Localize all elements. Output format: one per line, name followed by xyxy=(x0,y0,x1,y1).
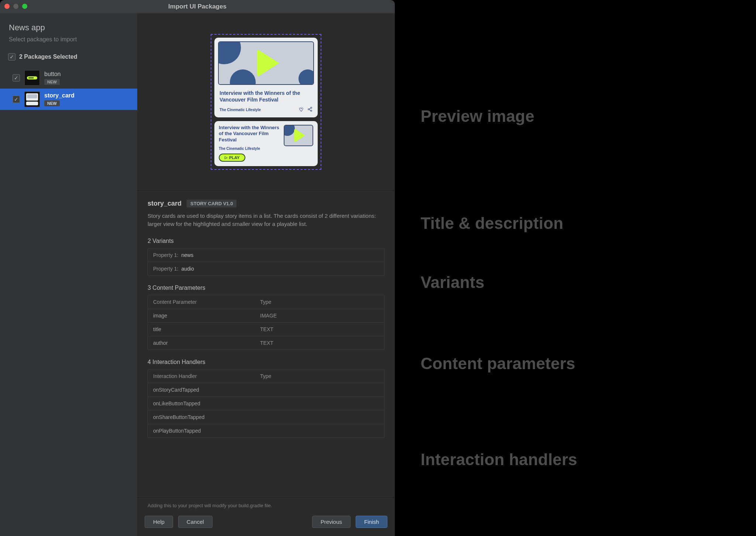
window-controls xyxy=(4,4,27,9)
select-all-row[interactable]: ✓ 2 Packages Selected xyxy=(0,53,137,67)
import-dialog: Import UI Packages News app Select packa… xyxy=(0,0,395,536)
minimize-icon[interactable] xyxy=(13,4,18,9)
table-row: onShareButtonTapped xyxy=(148,410,384,424)
annot-title-desc: Title & description xyxy=(421,214,563,233)
table-row: image IMAGE xyxy=(148,309,384,322)
preview-area: Interview with the Winners of the Vancou… xyxy=(137,13,395,190)
table-header: Interaction Handler Type xyxy=(148,370,384,383)
help-button[interactable]: Help xyxy=(145,516,173,528)
preview-card-author: The Cinematic Lifestyle xyxy=(220,108,261,112)
package-name: button xyxy=(44,71,61,78)
component-description: Story cards are used to display story it… xyxy=(148,212,376,228)
table-row: onLikeButtonTapped xyxy=(148,396,384,410)
table-row: author TEXT xyxy=(148,336,384,350)
annot-content-params: Content parameters xyxy=(421,354,575,373)
play-icon: ▷ xyxy=(225,155,228,159)
play-button[interactable]: ▷ PLAY xyxy=(219,154,245,162)
svg-point-6 xyxy=(308,109,310,110)
selection-summary: 2 Packages Selected xyxy=(19,54,77,60)
package-name: story_card xyxy=(44,92,75,99)
close-icon[interactable] xyxy=(4,4,10,9)
package-checkbox[interactable]: ✓ xyxy=(13,96,20,103)
svg-point-5 xyxy=(311,107,312,109)
svg-line-9 xyxy=(309,110,311,110)
previous-button[interactable]: Previous xyxy=(312,516,351,528)
finish-button[interactable]: Finish xyxy=(356,516,387,528)
table-row: Property 1: news xyxy=(148,248,384,262)
table-header: Content Parameter Type xyxy=(148,295,384,309)
main-panel: Interview with the Winners of the Vancou… xyxy=(137,13,395,536)
preview-card-title: Interview with the Winners of the Vancou… xyxy=(220,90,313,103)
svg-rect-1 xyxy=(28,78,34,79)
table-row: Property 1: audio xyxy=(148,262,384,275)
sidebar-subtitle: Select packages to import xyxy=(0,36,137,53)
component-version: STORY CARD V1.0 xyxy=(187,200,237,207)
table-row: title TEXT xyxy=(148,322,384,336)
details-panel: story_card STORY CARD V1.0 Story cards a… xyxy=(137,190,395,497)
play-icon xyxy=(257,49,279,77)
annot-preview: Preview image xyxy=(421,107,534,126)
sidebar: News app Select packages to import ✓ 2 P… xyxy=(0,13,137,536)
variants-table: Property 1: news Property 1: audio xyxy=(148,248,384,276)
svg-line-8 xyxy=(309,108,311,109)
content-params-heading: 3 Content Parameters xyxy=(148,285,384,291)
handlers-table: Interaction Handler Type onStoryCardTapp… xyxy=(148,369,384,438)
maximize-icon[interactable] xyxy=(22,4,27,9)
select-all-checkbox[interactable]: ✓ xyxy=(8,53,15,61)
svg-rect-4 xyxy=(26,102,38,105)
window-title: Import UI Packages xyxy=(168,3,227,10)
new-badge: NEW xyxy=(44,79,60,85)
heart-icon[interactable]: ♡ xyxy=(299,107,304,113)
footer-note: Adding this to your project will modify … xyxy=(145,503,387,508)
preview-frame: Interview with the Winners of the Vancou… xyxy=(211,34,321,170)
preview-card-title: Interview with the Winners of the Vancou… xyxy=(219,125,281,143)
handlers-heading: 4 Interaction Handlers xyxy=(148,359,384,365)
table-row: onStoryCardTapped xyxy=(148,383,384,396)
play-label: PLAY xyxy=(229,155,239,160)
titlebar: Import UI Packages xyxy=(0,0,395,13)
svg-rect-3 xyxy=(27,95,37,99)
component-name: story_card xyxy=(148,200,182,207)
content-params-table: Content Parameter Type image IMAGE title… xyxy=(148,295,384,350)
share-icon[interactable] xyxy=(307,107,313,113)
preview-image-small xyxy=(284,125,313,146)
preview-card-small: Interview with the Winners of the Vancou… xyxy=(214,121,318,166)
dialog-footer: Adding this to your project will modify … xyxy=(137,497,395,536)
package-thumbnail xyxy=(24,92,40,107)
package-checkbox[interactable]: ✓ xyxy=(13,74,20,82)
variants-heading: 2 Variants xyxy=(148,238,384,244)
package-thumbnail xyxy=(24,70,40,86)
preview-card-author: The Cinematic Lifestyle xyxy=(219,147,281,151)
svg-point-7 xyxy=(311,110,312,111)
annot-handlers: Interaction handlers xyxy=(421,450,577,469)
sidebar-item-story-card[interactable]: ✓ story_card NEW xyxy=(0,89,137,110)
annot-variants: Variants xyxy=(421,273,484,292)
new-badge: NEW xyxy=(44,100,60,106)
sidebar-item-button[interactable]: ✓ button NEW xyxy=(0,67,137,89)
project-title: News app xyxy=(0,23,137,36)
cancel-button[interactable]: Cancel xyxy=(178,516,213,528)
play-icon xyxy=(294,128,305,143)
preview-image xyxy=(218,41,314,85)
preview-card-large: Interview with the Winners of the Vancou… xyxy=(214,38,318,117)
table-row: onPlayButtonTapped xyxy=(148,424,384,437)
